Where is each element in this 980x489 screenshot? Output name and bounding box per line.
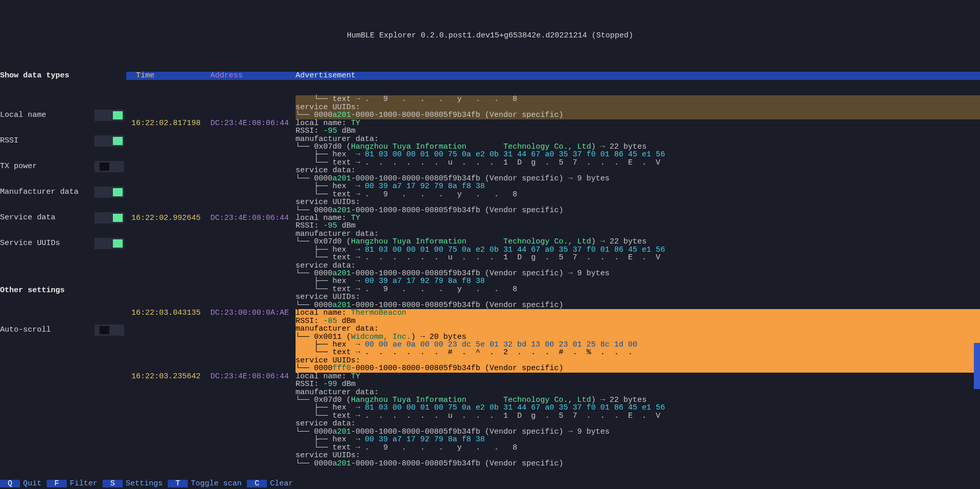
cell-advertisement: └── text → . 9 . . . y . . 8service UUID… (296, 95, 980, 119)
adv-line: ├── hex → 81 03 00 00 01 00 75 0a e2 0b … (296, 246, 970, 254)
adv-line: RSSI: -85 dBm (296, 317, 970, 325)
adv-line: └── text → . 9 . . . y . . 8 (296, 286, 970, 293)
toggle-label: TX power (0, 162, 37, 170)
adv-line: ├── hex → 00 39 a7 17 92 79 8a f8 38 (296, 277, 970, 285)
adv-line: └── 0000a201-0000-1000-8000-00805f9b34fb… (296, 111, 970, 119)
adv-line: └── text → . . . . . . u . . . 1 D g . 5… (296, 254, 970, 261)
sidebar-item-rssi: RSSI (0, 135, 126, 147)
table-row[interactable]: 16:22:02.992645DC:23:4E:08:06:44local na… (126, 214, 980, 309)
toggle-service-uuids[interactable] (94, 238, 124, 249)
adv-line: service UUIDs: (296, 104, 970, 111)
cell-address: DC:23:4E:08:06:44 (210, 119, 296, 214)
adv-line: ├── hex → 00 39 a7 17 92 79 8a f8 38 (296, 182, 970, 190)
sidebar-item-service-data: Service data (0, 212, 126, 223)
sidebar-section-data-types: Show data types (0, 72, 126, 79)
adv-line: └── 0000a201-0000-1000-8000-00805f9b34fb… (296, 460, 970, 467)
adv-line: manufacturer data: (296, 135, 970, 143)
cell-time (126, 95, 210, 119)
sidebar: Show data types Local nameRSSITX powerMa… (0, 56, 126, 489)
toggle-local-name[interactable] (94, 110, 124, 121)
footer-cmd-filter[interactable]: Filter (67, 479, 103, 488)
cell-address: DC:23:4E:08:06:44 (210, 214, 296, 309)
adv-line: service UUIDs: (296, 293, 970, 301)
table-header: TimeAddressAdvertisement (126, 72, 980, 80)
cell-address: DC:23:00:00:0A:AE (210, 309, 296, 373)
adv-line: └── 0x07d0 (Hangzhou Tuya Information Te… (296, 238, 970, 246)
toggle-label: Service UUIDs (0, 239, 60, 247)
cell-time: 16:22:02.992645 (126, 214, 210, 309)
cell-address: DC:23:4E:08:06:44 (210, 373, 296, 467)
cell-advertisement: local name: ThermoBeaconRSSI: -85 dBmman… (296, 309, 980, 373)
adv-line: └── text → . . . . . . # . ^ . 2 . . . #… (296, 349, 970, 356)
toggle-label: Auto-scroll (0, 326, 51, 334)
toggle-label: Manufacturer data (0, 188, 79, 196)
footer-cmd-quit[interactable]: Quit (20, 479, 47, 488)
header-advertisement: Advertisement (296, 72, 356, 79)
toggle-manufacturer-data[interactable] (94, 187, 124, 198)
cell-address (210, 95, 296, 119)
table-row[interactable]: 16:22:03.235642DC:23:4E:08:06:44local na… (126, 373, 980, 467)
header-address: Address (210, 72, 296, 79)
scrollbar[interactable] (974, 343, 980, 389)
adv-line: RSSI: -95 dBm (296, 222, 970, 230)
footer-cmd-settings[interactable]: Settings (123, 479, 168, 488)
toggle-service-data[interactable] (94, 212, 124, 223)
adv-line: service data: (296, 420, 970, 427)
toggle-rssi[interactable] (94, 135, 124, 147)
adv-line: local name: TY (296, 373, 970, 380)
cell-time: 16:22:03.235642 (126, 373, 210, 467)
adv-line: ├── hex → 00 39 a7 17 92 79 8a f8 38 (296, 436, 970, 443)
adv-line: └── text → . . . . . . u . . . 1 D g . 5… (296, 412, 970, 420)
adv-line: └── text → . 9 . . . y . . 8 (296, 191, 970, 198)
footer-key-filter[interactable]: F (47, 480, 67, 487)
footer-key-quit[interactable]: Q (0, 480, 20, 487)
adv-line: └── text → . 9 . . . y . . 8 (296, 95, 970, 103)
footer-key-clear[interactable]: C (247, 480, 267, 487)
footer-bar: Q Quit F Filter S Settings T Toggle scan… (0, 480, 980, 489)
adv-line: └── 0x0011 (Widcomm, Inc.) → 20 bytes (296, 333, 970, 341)
sidebar-item-local-name: Local name (0, 110, 126, 121)
content-area: TimeAddressAdvertisement └── text → . 9 … (126, 56, 980, 489)
footer-cmd-clear[interactable]: Clear (267, 479, 298, 488)
adv-line: └── 0000a201-0000-1000-8000-00805f9b34fb… (296, 428, 970, 436)
adv-line: └── text → . 9 . . . y . . 8 (296, 444, 970, 452)
footer-key-toggle-scan[interactable]: T (168, 480, 188, 487)
sidebar-section-other: Other settings (0, 287, 126, 294)
toggle-label: Local name (0, 111, 46, 119)
adv-line: └── 0000fff0-0000-1000-8000-00805f9b34fb… (296, 364, 970, 372)
sidebar-item-service-uuids: Service UUIDs (0, 238, 126, 249)
app-title: HumBLE Explorer 0.2.0.post1.dev15+g65384… (347, 31, 633, 40)
adv-line: └── text → . . . . . . u . . . 1 D g . 5… (296, 159, 970, 167)
adv-line: local name: TY (296, 214, 970, 222)
cell-advertisement: local name: TYRSSI: -99 dBmmanufacturer … (296, 373, 980, 467)
sidebar-item-auto-scroll: Auto-scroll (0, 324, 126, 336)
footer-key-settings[interactable]: S (103, 480, 123, 487)
adv-line: local name: TY (296, 119, 970, 127)
sidebar-item-manufacturer-data: Manufacturer data (0, 187, 126, 198)
adv-line: service UUIDs: (296, 357, 970, 364)
adv-line: ├── hex → 81 03 00 00 01 00 75 0a e2 0b … (296, 151, 970, 158)
adv-line: ├── hex → 81 03 00 00 01 00 75 0a e2 0b … (296, 404, 970, 412)
adv-line: └── 0000a201-0000-1000-8000-00805f9b34fb… (296, 175, 970, 182)
toggle-tx-power[interactable] (94, 161, 124, 172)
adv-line: service UUIDs: (296, 198, 970, 206)
adv-line: └── 0000a201-0000-1000-8000-00805f9b34fb… (296, 301, 970, 309)
table-row[interactable]: 16:22:03.043135DC:23:00:00:0A:AElocal na… (126, 309, 980, 373)
adv-line: service data: (296, 262, 970, 270)
adv-line: manufacturer data: (296, 389, 970, 396)
footer-cmd-toggle-scan[interactable]: Toggle scan (188, 479, 247, 488)
table-row[interactable]: 16:22:02.817198DC:23:4E:08:06:44local na… (126, 119, 980, 214)
cell-advertisement: local name: TYRSSI: -95 dBmmanufacturer … (296, 119, 980, 214)
header-time: Time (126, 72, 210, 79)
adv-line: RSSI: -99 dBm (296, 380, 970, 388)
table-row[interactable]: └── text → . 9 . . . y . . 8service UUID… (126, 95, 980, 119)
title-bar: HumBLE Explorer 0.2.0.post1.dev15+g65384… (0, 32, 980, 40)
adv-line: service UUIDs: (296, 452, 970, 459)
toggle-auto-scroll[interactable] (94, 324, 124, 336)
sidebar-item-tx-power: TX power (0, 161, 126, 172)
cell-advertisement: local name: TYRSSI: -95 dBmmanufacturer … (296, 214, 980, 309)
adv-line: └── 0000a201-0000-1000-8000-00805f9b34fb… (296, 207, 970, 214)
cell-time: 16:22:03.043135 (126, 309, 210, 373)
toggle-label: RSSI (0, 137, 18, 145)
adv-line: manufacturer data: (296, 230, 970, 238)
